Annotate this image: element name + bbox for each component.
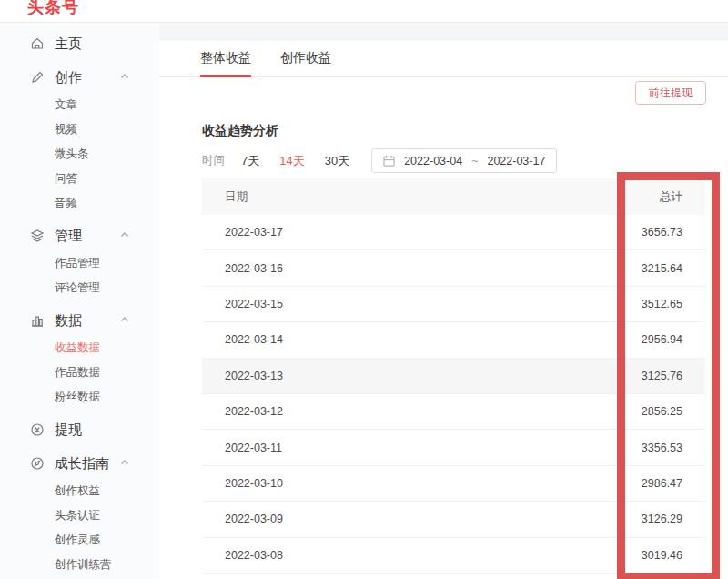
range-option-14天[interactable]: 14天 [279,153,304,169]
sidebar-item-管理[interactable]: 管理 [0,222,159,249]
go-withdraw-button[interactable]: 前往提现 [635,81,706,105]
chevron-up-icon[interactable] [120,458,129,467]
sidebar-subitem-创作灵感[interactable]: 创作灵感 [0,528,159,553]
sidebar-item-数据[interactable]: 数据 [0,307,159,334]
cell-date: 2022-03-12 [202,405,578,418]
date-range-picker[interactable]: 2022-03-04 ~ 2022-03-17 [371,148,557,173]
table-row: 2022-03-093126.29 [202,502,705,537]
section-title-revenue-trend: 收益趋势分析 [202,123,278,139]
sidebar-subitem-收益数据[interactable]: 收益数据 [0,336,159,361]
cell-date: 2022-03-08 [202,549,578,562]
table-body: 2022-03-173656.732022-03-163215.642022-0… [202,215,705,574]
table-row: 2022-03-133125.76 [202,359,705,394]
sidebar-item-创作[interactable]: 创作 [0,64,159,91]
cell-date: 2022-03-14 [202,333,578,346]
cell-total: 3125.76 [578,370,705,382]
tab-创作收益[interactable]: 创作收益 [280,41,331,77]
compass-icon [30,456,45,471]
calendar-icon [383,155,395,167]
sidebar-item-label: 创作 [55,69,82,86]
top-header: 头条号 [0,0,728,23]
date-end: 2022-03-17 [487,155,545,168]
cell-total: 3512.65 [578,298,705,310]
table-row: 2022-03-173656.73 [202,215,705,250]
date-separator: ~ [471,155,478,168]
sidebar-subitem-问答[interactable]: 问答 [0,167,159,191]
range-option-30天[interactable]: 30天 [325,153,349,169]
sidebar-subitem-创作权益[interactable]: 创作权益 [0,479,159,503]
cell-total: 2956.94 [578,333,705,346]
sidebar-subitem-文章[interactable]: 文章 [0,93,159,117]
revenue-tabbar: 整体收益创作收益 [159,41,728,77]
table-row: 2022-03-113356.53 [202,430,705,465]
cell-total: 3215.64 [578,262,705,275]
cell-date: 2022-03-09 [202,513,578,525]
sidebar-item-label: 提现 [55,422,82,439]
table-header-row: 日期 总计 [202,178,705,215]
sidebar-subitem-评论管理[interactable]: 评论管理 [0,276,159,300]
cell-date: 2022-03-15 [202,298,578,310]
sidebar-item-提现[interactable]: 提现 [0,416,159,443]
cell-date: 2022-03-11 [202,442,578,454]
sidebar-item-主页[interactable]: 主页 [0,30,159,57]
bar-chart-icon [30,313,45,328]
home-icon [30,36,45,51]
cell-total: 3656.73 [578,226,705,239]
sidebar-item-label: 成长指南 [55,455,109,472]
sidebar-nav: 主页创作文章视频微头条问答音频管理作品管理评论管理数据收益数据作品数据粉丝数据提… [0,23,159,579]
sidebar-subitem-音频[interactable]: 音频 [0,191,159,216]
cell-total: 2986.47 [578,477,705,490]
layers-icon [30,229,45,243]
date-start: 2022-03-04 [404,155,462,168]
time-filter-label: 时间 [202,153,225,168]
table-row: 2022-03-102986.47 [202,466,705,502]
toutiao-logo[interactable]: 头条号 [27,0,79,18]
sidebar-subitem-作品数据[interactable]: 作品数据 [0,361,159,385]
sidebar-subitem-作品管理[interactable]: 作品管理 [0,251,159,276]
sidebar-subitem-粉丝数据[interactable]: 粉丝数据 [0,385,159,410]
chevron-up-icon[interactable] [120,72,129,81]
sidebar-subitem-创作训练营[interactable]: 创作训练营 [0,553,159,577]
cell-date: 2022-03-17 [202,226,578,239]
sidebar-item-label: 数据 [55,312,82,330]
chevron-up-icon[interactable] [120,315,129,324]
main-content: 整体收益创作收益 前往提现 收益趋势分析 时间 7天14天30天 2022-03… [159,41,728,579]
coin-icon [30,422,45,437]
table-row: 2022-03-153512.65 [202,287,705,322]
table-row: 2022-03-163215.64 [202,250,705,286]
sidebar-item-成长指南[interactable]: 成长指南 [0,450,159,477]
cell-date: 2022-03-16 [202,262,578,275]
pencil-icon [30,70,45,85]
time-filter-row: 时间 7天14天30天 2022-03-04 ~ 2022-03-17 [202,148,557,173]
revenue-table: 日期 总计 2022-03-173656.732022-03-163215.64… [202,178,705,574]
cell-date: 2022-03-10 [202,477,578,490]
table-row: 2022-03-083019.46 [202,538,705,574]
sidebar-subitem-视频[interactable]: 视频 [0,117,159,142]
table-row: 2022-03-142956.94 [202,322,705,358]
sidebar-item-label: 管理 [55,228,82,245]
time-range-options: 7天14天30天 [241,153,369,169]
range-option-7天[interactable]: 7天 [241,153,259,169]
tab-整体收益[interactable]: 整体收益 [200,41,251,77]
cell-total: 3356.53 [578,442,705,454]
table-row: 2022-03-122856.25 [202,394,705,430]
cell-total: 2856.25 [578,405,705,418]
sidebar-subitem-头条认证[interactable]: 头条认证 [0,503,159,528]
column-header-date: 日期 [202,189,578,205]
cell-total: 3126.29 [578,513,705,525]
sidebar-item-label: 主页 [55,36,82,53]
column-header-total: 总计 [578,189,705,205]
cell-date: 2022-03-13 [202,370,578,382]
cell-total: 3019.46 [578,549,705,562]
chevron-up-icon[interactable] [120,230,129,239]
sidebar-subitem-微头条[interactable]: 微头条 [0,142,159,167]
